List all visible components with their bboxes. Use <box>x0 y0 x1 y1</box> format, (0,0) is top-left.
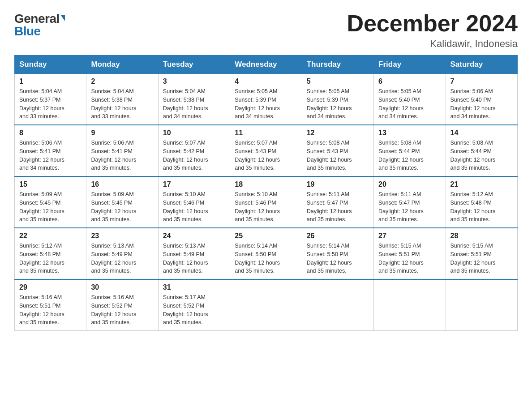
day-info: Sunrise: 5:08 AMSunset: 5:44 PMDaylight:… <box>378 139 441 172</box>
calendar-cell: 6Sunrise: 5:05 AMSunset: 5:40 PMDaylight… <box>374 74 446 125</box>
day-number: 24 <box>163 232 225 240</box>
logo-blue-text: Blue <box>14 25 41 38</box>
day-info: Sunrise: 5:08 AMSunset: 5:43 PMDaylight:… <box>307 139 369 172</box>
calendar-cell: 9Sunrise: 5:06 AMSunset: 5:41 PMDaylight… <box>86 125 158 176</box>
calendar-cell: 17Sunrise: 5:10 AMSunset: 5:46 PMDayligh… <box>158 176 230 228</box>
calendar-cell: 16Sunrise: 5:09 AMSunset: 5:45 PMDayligh… <box>86 176 158 228</box>
day-number: 30 <box>91 283 153 291</box>
calendar-cell: 7Sunrise: 5:06 AMSunset: 5:40 PMDaylight… <box>446 74 517 125</box>
calendar-title: December 2024 <box>347 11 518 36</box>
calendar-cell: 27Sunrise: 5:15 AMSunset: 5:51 PMDayligh… <box>374 228 446 279</box>
day-number: 14 <box>450 129 513 137</box>
calendar-cell: 2Sunrise: 5:04 AMSunset: 5:38 PMDaylight… <box>86 74 158 125</box>
col-header-thursday: Thursday <box>302 56 373 74</box>
day-number: 21 <box>450 180 513 188</box>
calendar-cell: 31Sunrise: 5:17 AMSunset: 5:52 PMDayligh… <box>158 279 230 331</box>
calendar-table: SundayMondayTuesdayWednesdayThursdayFrid… <box>14 55 518 331</box>
logo-triangle-icon <box>60 15 65 21</box>
day-info: Sunrise: 5:15 AMSunset: 5:51 PMDaylight:… <box>378 242 441 275</box>
calendar-cell: 10Sunrise: 5:07 AMSunset: 5:42 PMDayligh… <box>158 125 230 176</box>
calendar-cell: 25Sunrise: 5:14 AMSunset: 5:50 PMDayligh… <box>230 228 302 279</box>
calendar-cell: 29Sunrise: 5:16 AMSunset: 5:51 PMDayligh… <box>15 279 86 331</box>
col-header-sunday: Sunday <box>15 56 86 74</box>
day-number: 11 <box>235 129 297 137</box>
day-info: Sunrise: 5:15 AMSunset: 5:51 PMDaylight:… <box>450 242 513 275</box>
day-number: 8 <box>19 129 82 137</box>
day-number: 17 <box>163 180 225 188</box>
day-info: Sunrise: 5:07 AMSunset: 5:43 PMDaylight:… <box>235 139 297 172</box>
day-info: Sunrise: 5:04 AMSunset: 5:38 PMDaylight:… <box>91 87 153 121</box>
calendar-cell: 21Sunrise: 5:12 AMSunset: 5:48 PMDayligh… <box>446 176 517 228</box>
calendar-cell: 20Sunrise: 5:11 AMSunset: 5:47 PMDayligh… <box>374 176 446 228</box>
day-number: 4 <box>235 77 297 86</box>
calendar-cell: 15Sunrise: 5:09 AMSunset: 5:45 PMDayligh… <box>15 176 86 228</box>
day-number: 15 <box>19 180 82 188</box>
day-info: Sunrise: 5:16 AMSunset: 5:51 PMDaylight:… <box>19 293 82 327</box>
calendar-cell: 13Sunrise: 5:08 AMSunset: 5:44 PMDayligh… <box>374 125 446 176</box>
calendar-subtitle: Kalidawir, Indonesia <box>347 38 518 50</box>
calendar-cell: 1Sunrise: 5:04 AMSunset: 5:37 PMDaylight… <box>15 74 86 125</box>
day-info: Sunrise: 5:09 AMSunset: 5:45 PMDaylight:… <box>19 190 82 224</box>
calendar-cell: 11Sunrise: 5:07 AMSunset: 5:43 PMDayligh… <box>230 125 302 176</box>
calendar-week-row: 1Sunrise: 5:04 AMSunset: 5:37 PMDaylight… <box>15 74 518 125</box>
day-info: Sunrise: 5:09 AMSunset: 5:45 PMDaylight:… <box>91 190 153 224</box>
day-info: Sunrise: 5:06 AMSunset: 5:41 PMDaylight:… <box>19 139 82 172</box>
calendar-cell: 24Sunrise: 5:13 AMSunset: 5:49 PMDayligh… <box>158 228 230 279</box>
calendar-cell: 8Sunrise: 5:06 AMSunset: 5:41 PMDaylight… <box>15 125 86 176</box>
day-info: Sunrise: 5:05 AMSunset: 5:40 PMDaylight:… <box>378 87 441 121</box>
day-number: 7 <box>450 77 513 86</box>
calendar-cell: 3Sunrise: 5:04 AMSunset: 5:38 PMDaylight… <box>158 74 230 125</box>
day-info: Sunrise: 5:04 AMSunset: 5:37 PMDaylight:… <box>19 87 82 121</box>
day-info: Sunrise: 5:05 AMSunset: 5:39 PMDaylight:… <box>307 87 369 121</box>
day-info: Sunrise: 5:10 AMSunset: 5:46 PMDaylight:… <box>235 190 297 224</box>
calendar-week-row: 29Sunrise: 5:16 AMSunset: 5:51 PMDayligh… <box>15 279 518 331</box>
day-info: Sunrise: 5:05 AMSunset: 5:39 PMDaylight:… <box>235 87 297 121</box>
day-info: Sunrise: 5:07 AMSunset: 5:42 PMDaylight:… <box>163 139 225 172</box>
day-number: 26 <box>307 232 369 240</box>
day-number: 19 <box>307 180 369 188</box>
calendar-cell <box>446 279 517 331</box>
col-header-wednesday: Wednesday <box>230 56 302 74</box>
day-number: 6 <box>378 77 441 86</box>
day-info: Sunrise: 5:08 AMSunset: 5:44 PMDaylight:… <box>450 139 513 172</box>
day-number: 9 <box>91 129 153 137</box>
logo-general-text: General <box>14 13 60 25</box>
day-number: 18 <box>235 180 297 188</box>
day-number: 5 <box>307 77 369 86</box>
day-info: Sunrise: 5:13 AMSunset: 5:49 PMDaylight:… <box>163 242 225 275</box>
col-header-friday: Friday <box>374 56 446 74</box>
day-header-row: SundayMondayTuesdayWednesdayThursdayFrid… <box>15 56 518 74</box>
day-number: 2 <box>91 77 153 86</box>
day-info: Sunrise: 5:17 AMSunset: 5:52 PMDaylight:… <box>163 293 225 327</box>
day-number: 3 <box>163 77 225 86</box>
day-info: Sunrise: 5:11 AMSunset: 5:47 PMDaylight:… <box>378 190 441 224</box>
day-info: Sunrise: 5:12 AMSunset: 5:48 PMDaylight:… <box>19 242 82 275</box>
calendar-cell: 23Sunrise: 5:13 AMSunset: 5:49 PMDayligh… <box>86 228 158 279</box>
calendar-cell: 12Sunrise: 5:08 AMSunset: 5:43 PMDayligh… <box>302 125 373 176</box>
col-header-saturday: Saturday <box>446 56 517 74</box>
day-number: 20 <box>378 180 441 188</box>
calendar-cell <box>302 279 373 331</box>
calendar-week-row: 8Sunrise: 5:06 AMSunset: 5:41 PMDaylight… <box>15 125 518 176</box>
page-header: General Blue December 2024 Kalidawir, In… <box>14 11 518 50</box>
calendar-cell: 18Sunrise: 5:10 AMSunset: 5:46 PMDayligh… <box>230 176 302 228</box>
calendar-cell: 4Sunrise: 5:05 AMSunset: 5:39 PMDaylight… <box>230 74 302 125</box>
day-info: Sunrise: 5:14 AMSunset: 5:50 PMDaylight:… <box>235 242 297 275</box>
calendar-week-row: 15Sunrise: 5:09 AMSunset: 5:45 PMDayligh… <box>15 176 518 228</box>
title-block: December 2024 Kalidawir, Indonesia <box>347 11 518 50</box>
calendar-cell: 14Sunrise: 5:08 AMSunset: 5:44 PMDayligh… <box>446 125 517 176</box>
day-info: Sunrise: 5:11 AMSunset: 5:47 PMDaylight:… <box>307 190 369 224</box>
day-number: 25 <box>235 232 297 240</box>
calendar-cell <box>374 279 446 331</box>
col-header-tuesday: Tuesday <box>158 56 230 74</box>
day-number: 16 <box>91 180 153 188</box>
day-number: 10 <box>163 129 225 137</box>
day-info: Sunrise: 5:16 AMSunset: 5:52 PMDaylight:… <box>91 293 153 327</box>
calendar-week-row: 22Sunrise: 5:12 AMSunset: 5:48 PMDayligh… <box>15 228 518 279</box>
day-info: Sunrise: 5:13 AMSunset: 5:49 PMDaylight:… <box>91 242 153 275</box>
day-number: 31 <box>163 283 225 291</box>
day-info: Sunrise: 5:06 AMSunset: 5:40 PMDaylight:… <box>450 87 513 121</box>
calendar-cell: 19Sunrise: 5:11 AMSunset: 5:47 PMDayligh… <box>302 176 373 228</box>
calendar-cell <box>230 279 302 331</box>
day-number: 12 <box>307 129 369 137</box>
